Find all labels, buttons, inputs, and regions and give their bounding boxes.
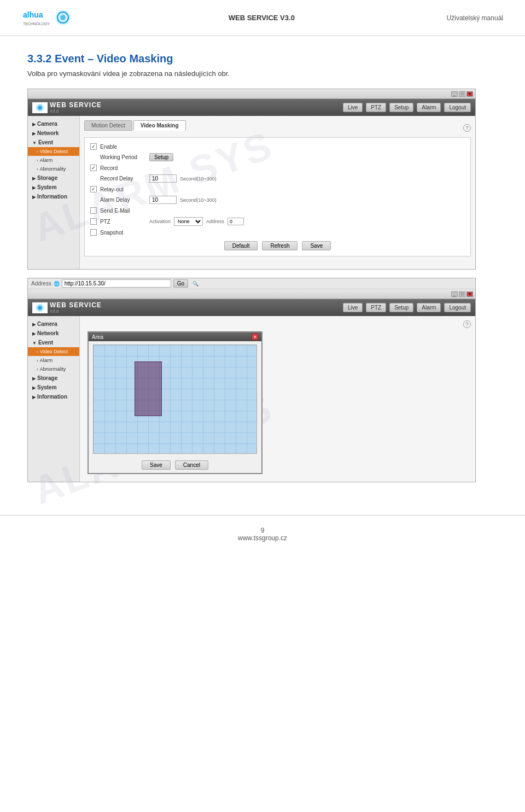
svg-point-7 [39,107,41,109]
sidebar-network-1[interactable]: ▶Network [28,128,79,138]
page-number: 9 [11,527,514,534]
sidebar-alarm-2[interactable]: ›Alarm [28,356,79,365]
dahua-logo: alhua TECHNOLOGY [22,5,77,30]
header-title: WEB SERVICE V3.0 [229,14,295,22]
close-btn[interactable]: ✕ [466,91,473,97]
area-cancel-button[interactable]: Cancel [175,460,208,470]
ws-sidebar-1: ▶Camera ▶Network ▼Event ›Video Detect ›A… [28,116,80,269]
working-period-label: Working Period [100,154,149,160]
ws-main-1: Motion Detect Video Masking ? Enable [80,116,475,269]
sidebar-storage-1[interactable]: ▶Storage [28,173,79,183]
ptz-controls: Activation None Preset Tour Address [149,217,244,226]
section-title: 3.3.2 Event – Video Masking [27,52,498,65]
record-label: Record [100,165,149,171]
refresh-button[interactable]: Refresh [262,241,298,250]
nav-alarm-1[interactable]: Alarm [417,103,441,112]
record-delay-hint: Second(10~300) [180,176,217,182]
form-row-record: Record [90,165,465,171]
sidebar-system-2[interactable]: ▶System [28,383,79,392]
snapshot-checkbox[interactable] [90,229,97,236]
go-button[interactable]: Go [173,279,188,288]
activation-select[interactable]: None Preset Tour [174,217,203,226]
ws-tabs-1: Motion Detect Video Masking [84,120,186,131]
nav-setup-1[interactable]: Setup [389,103,413,112]
sidebar-videodetect-2[interactable]: ›Video Detect [28,347,79,356]
ws-main-2: ? Area ✕ [80,316,475,482]
help-icon-1[interactable]: ? [463,124,471,132]
masked-area[interactable] [135,361,162,416]
search-icon[interactable]: 🔍 [192,281,199,287]
area-dialog: Area ✕ Save Cancel [88,331,262,474]
maximize-btn[interactable]: □ [459,91,465,97]
nav-logout-2[interactable]: Logout [444,303,471,312]
nav-ptz-1[interactable]: PTZ [366,103,386,112]
sidebar-event-1[interactable]: ▼Event [28,138,79,147]
grid-overlay [94,345,256,453]
nav-setup-2[interactable]: Setup [389,303,413,312]
relay-checkbox[interactable] [90,186,97,192]
logo-icon-1 [32,102,48,113]
titlebar-1: _ □ ✕ [28,89,475,99]
nav-alarm-2[interactable]: Alarm [417,303,441,312]
page-footer: 9 www.tssgroup.cz [0,515,525,553]
record-checkbox[interactable] [90,165,97,171]
sidebar-network-2[interactable]: ▶Network [28,329,79,338]
form-buttons-1: Default Refresh Save [90,241,465,250]
logo-icon-2 [32,302,48,313]
form-row-ptz: PTZ Activation None Preset Tour Address [90,217,465,226]
sidebar-abnormality-1[interactable]: ›Abnormality [28,165,79,173]
sidebar-information-2[interactable]: ▶Information [28,392,79,401]
enable-checkbox[interactable] [90,143,97,150]
address-bar: Address 🌐 Go 🔍 [28,278,475,289]
sidebar-abnormality-2[interactable]: ›Abnormality [28,365,79,373]
nav-live-2[interactable]: Live [343,303,363,312]
enable-label: Enable [100,144,149,150]
save-button-1[interactable]: Save [302,241,331,250]
ptz-label: PTZ [100,219,149,225]
alarm-delay-label: Alarm Delay [100,197,149,203]
form-row-snapshot: Snapshot [90,229,465,236]
sidebar-event-2[interactable]: ▼Event [28,338,79,347]
sidebar-information-1[interactable]: ▶Information [28,192,79,201]
setup-button[interactable]: Setup [149,153,173,161]
help-icon-2[interactable]: ? [463,320,471,328]
sidebar-storage-2[interactable]: ▶Storage [28,373,79,383]
nav-live-1[interactable]: Live [343,103,363,112]
svg-text:alhua: alhua [23,10,43,19]
address-bar-label: Address [31,281,51,287]
area-close-button[interactable]: ✕ [252,334,258,340]
sidebar-videodetect-1[interactable]: ›Video Detect [28,147,79,156]
area-grid-container[interactable] [93,344,257,454]
minimize-btn-2[interactable]: _ [451,291,458,297]
alarm-delay-input[interactable] [149,196,177,204]
nav-logout-1[interactable]: Logout [444,103,471,112]
area-save-button[interactable]: Save [142,460,171,470]
email-checkbox[interactable] [90,207,97,214]
minimize-btn[interactable]: _ [451,91,458,97]
page-content: 3.3.2 Event – Video Masking Volba pro vy… [0,36,525,499]
close-btn-2[interactable]: ✕ [466,291,473,297]
tab-motion-detect[interactable]: Motion Detect [84,120,132,131]
address-input[interactable] [62,279,171,288]
form-row-record-delay: Record Delay Second(10~300) [100,174,465,183]
ws-logo-1: WEB SERVICE V3.0 [32,101,102,114]
form-row-email: Send E-Mail [90,207,465,214]
record-delay-input[interactable] [149,174,177,183]
sidebar-camera-2[interactable]: ▶Camera [28,319,79,329]
form-row-working-period: Working Period Setup [100,153,465,161]
header-manual: Uživatelský manuál [447,14,503,22]
form-row-alarm-delay: Alarm Delay Second(10~300) [100,196,465,204]
navbar-1: WEB SERVICE V3.0 Live PTZ Setup Alarm Lo… [28,99,475,116]
tab-video-masking[interactable]: Video Masking [133,120,186,131]
ptz-checkbox[interactable] [90,218,97,225]
screenshots-container: _ □ ✕ WEB SERVICE V3.0 [27,89,498,482]
area-title-text: Area [92,334,103,340]
maximize-btn-2[interactable]: □ [459,291,465,297]
default-button[interactable]: Default [224,241,258,250]
sidebar-camera-1[interactable]: ▶Camera [28,119,79,128]
nav-ptz-2[interactable]: PTZ [366,303,386,312]
address-input-ptz[interactable] [228,218,244,225]
sidebar-alarm-1[interactable]: ›Alarm [28,156,79,165]
sidebar-system-1[interactable]: ▶System [28,183,79,192]
svg-text:TECHNOLOGY: TECHNOLOGY [23,22,50,26]
